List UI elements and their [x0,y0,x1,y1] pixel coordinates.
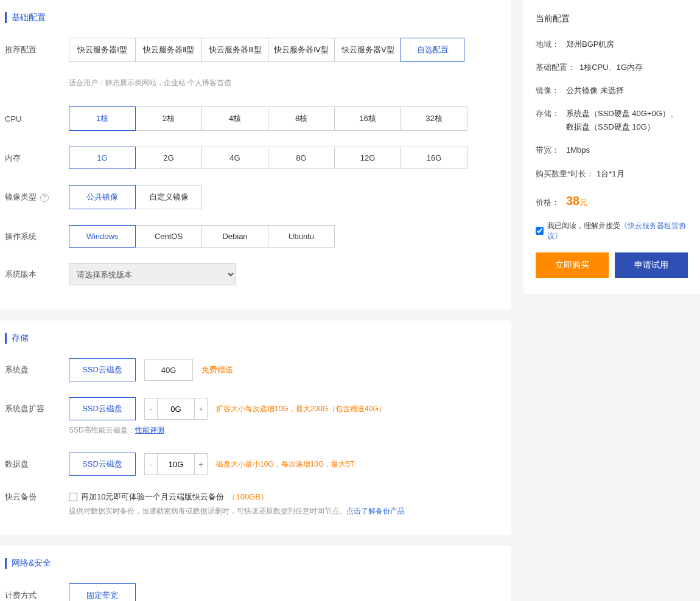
recommend-custom-option[interactable]: 自选配置 [401,38,464,62]
datadisk-plus-button[interactable]: + [194,453,208,475]
recommend-option-1[interactable]: 快云服务器Ⅱ型 [135,38,202,62]
backup-desc: 提供对数据实时备份，当遭勒索病毒或数据误删时，可快速还原数据到任意时间节点。点击… [69,506,506,516]
side-storage: 系统盘（SSD硬盘 40G+0G）、 数据盘（SSD硬盘 10G） [566,107,688,134]
cpu-option-5[interactable]: 32核 [401,106,467,131]
imgtype-option-0[interactable]: 公共镜像 [69,185,136,209]
current-config-panel: 当前配置 地域：郑州BGP机房 基础配置：1核CPU、1G内存 镜像：公共镜像 … [523,0,700,294]
sysdisk-size: 40G [144,359,193,381]
billing-option[interactable]: 固定带宽 [69,583,136,601]
ver-label: 系统版本 [5,269,69,280]
sysdisk-type[interactable]: SSD云磁盘 [69,358,136,381]
sysdisk-ext-plus-button[interactable]: + [194,398,208,420]
os-option-2[interactable]: Debian [201,225,268,248]
cpu-option-0[interactable]: 1核 [69,106,136,131]
section-title-network: 网络&安全 [5,558,506,569]
datadisk-stepper: - + [144,453,208,475]
cpu-option-4[interactable]: 16核 [334,106,401,131]
perf-line: SSD高性能云磁盘：性能评测 [69,425,506,436]
sysdisk-ext-stepper: - + [144,398,208,420]
os-option-3[interactable]: Ubuntu [268,225,335,248]
recommend-label: 推荐配置 [5,44,69,55]
datadisk-label: 数据盘 [5,459,69,470]
mem-option-4[interactable]: 12G [334,147,401,169]
network-panel: 网络&安全 计费方式 固定带宽 公网带宽 10M 50M [0,546,511,601]
storage-panel: 存储 系统盘 SSD云磁盘 40G 免费赠送 系统盘扩容 SSD云磁盘 - + [0,321,511,535]
os-option-1[interactable]: CentOS [135,225,202,248]
try-button[interactable]: 申请试用 [615,252,688,278]
mem-option-1[interactable]: 2G [135,147,202,169]
sysdisk-ext-input[interactable] [158,398,194,420]
sysdisk-free: 免费赠送 [201,364,233,375]
sysdisk-ext-label: 系统盘扩容 [5,403,69,414]
buy-button[interactable]: 立即购买 [536,252,609,278]
side-qty: 1台*1月 [597,167,688,181]
cpu-option-2[interactable]: 4核 [201,106,268,131]
recommend-option-0[interactable]: 快云服务器Ⅰ型 [69,38,136,62]
imgtype-option-1[interactable]: 自定义镜像 [135,185,202,209]
recommend-option-2[interactable]: 快云服务器Ⅲ型 [201,38,268,62]
side-bw: 1Mbps [566,144,688,157]
side-title: 当前配置 [536,13,688,24]
cpu-option-1[interactable]: 2核 [135,106,202,131]
version-select[interactable]: 请选择系统版本 [69,263,236,285]
datadisk-minus-button[interactable]: - [144,453,158,475]
section-title-basic: 基础配置 [5,12,506,23]
sysdisk-ext-type[interactable]: SSD云磁盘 [69,397,136,420]
cpu-option-3[interactable]: 8核 [268,106,335,131]
datadisk-note: 磁盘大小最小10G，每次递增10G，最大5T [216,459,354,470]
datadisk-type[interactable]: SSD云磁盘 [69,453,136,476]
agree-checkbox-input[interactable] [536,227,544,235]
recommend-hint: 适合用户：静态展示类网站，企业站 个人博客首选 [69,78,506,88]
side-basic: 1核CPU、1G内存 [579,61,688,74]
datadisk-input[interactable] [158,453,194,475]
os-label: 操作系统 [5,231,69,242]
billing-label: 计费方式 [5,590,69,601]
sysdisk-ext-note: 扩容大小每次递增10G，最大200G（包含赠送40G） [216,404,386,414]
backup-link[interactable]: 点击了解备份产品 [346,507,405,515]
cpu-label: CPU [5,114,69,123]
side-image: 公共镜像 未选择 [566,84,688,97]
backup-checkbox[interactable]: 再加10元即可体验一个月云端版快云备份 （100GB） [69,492,268,502]
sysdisk-ext-minus-button[interactable]: - [144,398,158,420]
mem-label: 内存 [5,153,69,164]
backup-label: 快云备份 [5,492,69,502]
side-price: 38元 [566,190,587,211]
section-title-storage: 存储 [5,333,506,344]
recommend-option-4[interactable]: 快云服务器Ⅴ型 [334,38,401,62]
perf-link[interactable]: 性能评测 [135,426,164,434]
imgtype-label: 镜像类型 ? [5,192,69,203]
os-option-0[interactable]: Windows [69,225,136,248]
recommend-option-3[interactable]: 快云服务器Ⅳ型 [268,38,335,62]
basic-config-panel: 基础配置 推荐配置 快云服务器Ⅰ型快云服务器Ⅱ型快云服务器Ⅲ型快云服务器Ⅳ型快云… [0,0,511,310]
sysdisk-label: 系统盘 [5,364,69,375]
mem-option-5[interactable]: 16G [401,147,467,169]
agree-checkbox[interactable]: 我已阅读，理解并接受《快云服务器租赁协议》 [536,221,688,241]
backup-checkbox-input[interactable] [69,493,77,501]
mem-option-2[interactable]: 4G [201,147,268,169]
side-region: 郑州BGP机房 [566,38,688,51]
help-icon[interactable]: ? [40,193,49,202]
mem-option-0[interactable]: 1G [69,147,136,169]
mem-option-3[interactable]: 8G [268,147,335,169]
